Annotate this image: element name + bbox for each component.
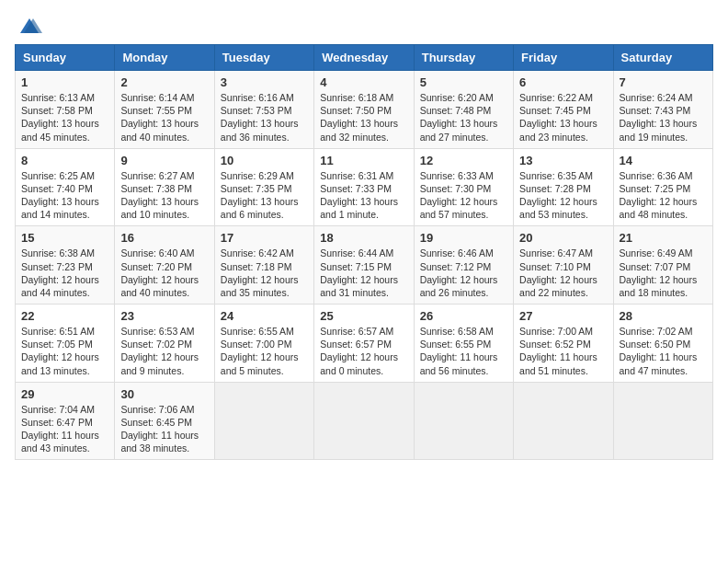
day-info: Sunrise: 6:38 AM bbox=[21, 247, 108, 259]
logo bbox=[15, 15, 42, 37]
day-info: Sunrise: 6:49 AM bbox=[620, 247, 707, 259]
day-number: 19 bbox=[420, 231, 507, 245]
day-info: Sunrise: 6:47 AM bbox=[519, 247, 607, 259]
calendar-cell: 2Sunrise: 6:14 AMSunset: 7:55 PMDaylight… bbox=[115, 71, 214, 149]
calendar-week-2: 8Sunrise: 6:25 AMSunset: 7:40 PMDaylight… bbox=[16, 148, 713, 226]
day-number: 9 bbox=[120, 154, 208, 167]
day-info: Sunset: 7:23 PM bbox=[21, 260, 108, 273]
calendar-cell: 17Sunrise: 6:42 AMSunset: 7:18 PMDayligh… bbox=[214, 226, 313, 304]
day-info: Sunrise: 6:27 AM bbox=[120, 169, 208, 182]
calendar-cell: 16Sunrise: 6:40 AMSunset: 7:20 PMDayligh… bbox=[115, 226, 214, 304]
day-info: Sunrise: 6:24 AM bbox=[620, 91, 707, 104]
calendar-cell: 1Sunrise: 6:13 AMSunset: 7:58 PMDaylight… bbox=[16, 71, 115, 149]
day-info: Daylight: 12 hours and 57 minutes. bbox=[420, 195, 507, 221]
calendar-cell: 19Sunrise: 6:46 AMSunset: 7:12 PMDayligh… bbox=[414, 226, 513, 304]
calendar-cell: 11Sunrise: 6:31 AMSunset: 7:33 PMDayligh… bbox=[314, 148, 414, 226]
calendar-cell: 18Sunrise: 6:44 AMSunset: 7:15 PMDayligh… bbox=[314, 226, 414, 304]
day-info: Sunset: 7:12 PM bbox=[420, 260, 507, 273]
day-number: 7 bbox=[620, 75, 707, 89]
day-number: 28 bbox=[620, 309, 707, 323]
day-number: 8 bbox=[21, 154, 108, 167]
day-info: Sunrise: 6:44 AM bbox=[320, 247, 407, 259]
day-number: 20 bbox=[519, 231, 607, 245]
calendar-cell bbox=[314, 382, 414, 460]
day-info: Daylight: 12 hours and 13 minutes. bbox=[21, 350, 108, 376]
calendar-cell: 8Sunrise: 6:25 AMSunset: 7:40 PMDaylight… bbox=[16, 148, 115, 226]
day-info: Sunrise: 7:02 AM bbox=[620, 325, 707, 338]
calendar-cell: 5Sunrise: 6:20 AMSunset: 7:48 PMDaylight… bbox=[414, 71, 513, 149]
day-number: 29 bbox=[21, 387, 108, 401]
day-info: Sunrise: 6:57 AM bbox=[320, 325, 407, 338]
day-info: Daylight: 11 hours and 43 minutes. bbox=[21, 429, 108, 454]
day-info: Sunset: 7:55 PM bbox=[120, 104, 208, 117]
day-info: Sunset: 7:18 PM bbox=[221, 260, 308, 273]
calendar-header-row: SundayMondayTuesdayWednesdayThursdayFrid… bbox=[16, 45, 713, 71]
day-info: Sunrise: 6:58 AM bbox=[420, 325, 507, 338]
day-info: Sunrise: 6:55 AM bbox=[221, 325, 308, 338]
day-number: 24 bbox=[221, 309, 308, 323]
day-info: Daylight: 13 hours and 1 minute. bbox=[320, 195, 407, 221]
calendar-cell: 28Sunrise: 7:02 AMSunset: 6:50 PMDayligh… bbox=[613, 304, 712, 383]
day-info: Sunset: 7:15 PM bbox=[320, 260, 407, 273]
day-info: Sunset: 7:05 PM bbox=[21, 338, 108, 350]
day-info: Daylight: 13 hours and 6 minutes. bbox=[221, 195, 308, 221]
calendar-cell: 4Sunrise: 6:18 AMSunset: 7:50 PMDaylight… bbox=[314, 71, 414, 149]
day-number: 22 bbox=[21, 309, 108, 323]
day-info: Sunset: 7:40 PM bbox=[21, 182, 108, 195]
day-number: 17 bbox=[221, 231, 308, 245]
day-number: 4 bbox=[320, 75, 407, 89]
day-info: Daylight: 13 hours and 23 minutes. bbox=[519, 117, 607, 143]
day-info: Sunrise: 6:14 AM bbox=[120, 91, 208, 104]
day-info: Daylight: 11 hours and 47 minutes. bbox=[620, 350, 707, 376]
day-info: Daylight: 13 hours and 14 minutes. bbox=[21, 195, 108, 221]
day-info: Daylight: 12 hours and 9 minutes. bbox=[120, 350, 208, 376]
day-info: Daylight: 12 hours and 44 minutes. bbox=[21, 273, 108, 299]
calendar-cell bbox=[613, 382, 712, 460]
day-info: Sunrise: 6:40 AM bbox=[120, 247, 208, 259]
day-number: 5 bbox=[420, 75, 507, 89]
day-info: Daylight: 13 hours and 19 minutes. bbox=[620, 117, 707, 143]
day-info: Daylight: 12 hours and 5 minutes. bbox=[221, 350, 308, 376]
day-number: 2 bbox=[120, 75, 208, 89]
calendar-cell: 25Sunrise: 6:57 AMSunset: 6:57 PMDayligh… bbox=[314, 304, 414, 383]
day-header-tuesday: Tuesday bbox=[214, 45, 313, 71]
day-info: Daylight: 13 hours and 36 minutes. bbox=[221, 117, 308, 143]
day-header-saturday: Saturday bbox=[613, 45, 712, 71]
calendar-cell: 12Sunrise: 6:33 AMSunset: 7:30 PMDayligh… bbox=[414, 148, 513, 226]
calendar-cell: 23Sunrise: 6:53 AMSunset: 7:02 PMDayligh… bbox=[115, 304, 214, 383]
day-number: 21 bbox=[620, 231, 707, 245]
day-info: Sunset: 7:33 PM bbox=[320, 182, 407, 195]
day-info: Daylight: 13 hours and 45 minutes. bbox=[21, 117, 108, 143]
calendar-week-5: 29Sunrise: 7:04 AMSunset: 6:47 PMDayligh… bbox=[16, 382, 713, 460]
day-info: Sunset: 7:58 PM bbox=[21, 104, 108, 117]
day-info: Sunset: 7:10 PM bbox=[519, 260, 607, 273]
day-number: 13 bbox=[519, 154, 607, 167]
day-info: Sunrise: 6:13 AM bbox=[21, 91, 108, 104]
day-number: 3 bbox=[221, 75, 308, 89]
calendar-cell: 26Sunrise: 6:58 AMSunset: 6:55 PMDayligh… bbox=[414, 304, 513, 383]
calendar-week-4: 22Sunrise: 6:51 AMSunset: 7:05 PMDayligh… bbox=[16, 304, 713, 383]
calendar-cell: 10Sunrise: 6:29 AMSunset: 7:35 PMDayligh… bbox=[214, 148, 313, 226]
day-info: Daylight: 13 hours and 27 minutes. bbox=[420, 117, 507, 143]
day-info: Sunset: 7:50 PM bbox=[320, 104, 407, 117]
day-info: Sunset: 7:02 PM bbox=[120, 338, 208, 350]
day-number: 26 bbox=[420, 309, 507, 323]
day-number: 30 bbox=[120, 387, 208, 401]
calendar-cell: 9Sunrise: 6:27 AMSunset: 7:38 PMDaylight… bbox=[115, 148, 214, 226]
day-number: 14 bbox=[620, 154, 707, 167]
day-info: Daylight: 13 hours and 32 minutes. bbox=[320, 117, 407, 143]
day-info: Sunset: 7:48 PM bbox=[420, 104, 507, 117]
day-number: 27 bbox=[519, 309, 607, 323]
calendar-cell: 14Sunrise: 6:36 AMSunset: 7:25 PMDayligh… bbox=[613, 148, 712, 226]
day-info: Daylight: 12 hours and 0 minutes. bbox=[320, 350, 407, 376]
calendar-cell: 27Sunrise: 7:00 AMSunset: 6:52 PMDayligh… bbox=[514, 304, 613, 383]
calendar-cell: 3Sunrise: 6:16 AMSunset: 7:53 PMDaylight… bbox=[214, 71, 313, 149]
day-header-wednesday: Wednesday bbox=[314, 45, 414, 71]
day-info: Sunrise: 7:04 AM bbox=[21, 403, 108, 416]
day-info: Daylight: 12 hours and 26 minutes. bbox=[420, 273, 507, 299]
day-number: 1 bbox=[21, 75, 108, 89]
day-number: 15 bbox=[21, 231, 108, 245]
day-info: Sunset: 7:38 PM bbox=[120, 182, 208, 195]
day-header-sunday: Sunday bbox=[16, 45, 115, 71]
day-info: Sunrise: 6:31 AM bbox=[320, 169, 407, 182]
